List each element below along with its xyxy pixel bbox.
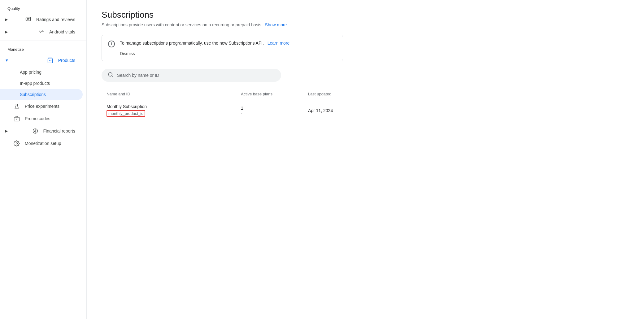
sidebar-item-label: Ratings and reviews [36, 17, 75, 22]
sidebar-item-label: Monetization setup [25, 141, 61, 146]
sub-item-label: App pricing [20, 70, 41, 75]
sidebar-item-label: Products [58, 58, 75, 63]
subscription-id: monthly_product_id [107, 110, 145, 117]
subscription-name: Monthly Subscription [107, 104, 241, 109]
show-more-link[interactable]: Show more [265, 22, 287, 27]
sidebar-item-label: Promo codes [25, 116, 50, 121]
sidebar-sub-item-in-app-products[interactable]: In-app products [0, 78, 83, 89]
sub-item-label: Subscriptions [20, 92, 46, 97]
quality-section-label: Quality [0, 2, 86, 13]
subtitle-text: Subscriptions provide users with content… [102, 22, 261, 27]
active-base-plans-sub: - [241, 111, 308, 116]
dismiss-button[interactable]: Dismiss [120, 51, 135, 56]
info-banner: i To manage subscriptions programmatical… [102, 35, 343, 61]
chevron-right-icon: ▶ [5, 129, 8, 133]
table-row[interactable]: Monthly Subscription monthly_product_id … [102, 99, 380, 122]
svg-point-10 [108, 72, 112, 76]
vitals-icon [38, 29, 44, 35]
sidebar-item-products[interactable]: ▼ Products [0, 54, 83, 67]
info-banner-text: To manage subscriptions programmatically… [120, 40, 289, 46]
sidebar-divider [0, 41, 86, 41]
cart-icon [47, 57, 53, 63]
sidebar-sub-item-app-pricing[interactable]: App pricing [0, 67, 83, 78]
flask-icon [14, 103, 20, 109]
search-bar [102, 69, 281, 82]
subscriptions-table: Name and ID Active base plans Last updat… [102, 89, 380, 122]
sidebar-item-label: Android vitals [49, 29, 75, 34]
active-base-plans-value: 1 [241, 106, 308, 111]
header-active-base-plans: Active base plans [241, 92, 308, 96]
sidebar-item-promo-codes[interactable]: Promo codes [0, 112, 83, 125]
info-banner-content: i To manage subscriptions programmatical… [108, 40, 337, 47]
main-content: Subscriptions Subscriptions provide user… [87, 0, 644, 319]
sidebar-item-financial-reports[interactable]: ▶ Financial reports [0, 125, 83, 137]
sidebar-item-price-experiments[interactable]: Price experiments [0, 100, 83, 112]
sub-item-label: In-app products [20, 81, 50, 86]
last-updated-cell: Apr 11, 2024 [308, 108, 375, 113]
sidebar-item-android-vitals[interactable]: ▶ Android vitals [0, 26, 83, 38]
dollar-icon [32, 128, 38, 134]
sidebar-item-label: Financial reports [43, 129, 76, 133]
name-id-cell: Monthly Subscription monthly_product_id [107, 104, 241, 117]
page-title: Subscriptions [102, 10, 629, 20]
info-icon: i [108, 41, 115, 47]
svg-point-9 [16, 143, 18, 144]
active-base-plans-cell: 1 - [241, 106, 308, 116]
monetize-section-label: Monetize [0, 43, 86, 54]
chevron-down-icon: ▼ [5, 58, 9, 63]
comment-icon [25, 16, 31, 23]
header-name-id: Name and ID [107, 92, 241, 96]
chevron-right-icon: ▶ [5, 17, 8, 22]
header-last-updated: Last updated [308, 92, 375, 96]
page-subtitle: Subscriptions provide users with content… [102, 22, 629, 27]
sidebar-sub-item-subscriptions[interactable]: Subscriptions [0, 89, 83, 100]
chevron-right-icon: ▶ [5, 30, 8, 34]
sidebar-item-ratings-reviews[interactable]: ▶ Ratings and reviews [0, 13, 83, 26]
info-banner-message: To manage subscriptions programmatically… [120, 41, 264, 46]
gear-icon [14, 140, 20, 146]
sidebar-item-monetization-setup[interactable]: Monetization setup [0, 137, 83, 150]
sidebar: Quality ▶ Ratings and reviews ▶ Android … [0, 0, 87, 319]
sidebar-item-label: Price experiments [25, 104, 59, 109]
learn-more-link[interactable]: Learn more [268, 41, 290, 46]
search-icon [108, 72, 113, 79]
store-icon [14, 116, 20, 122]
search-input[interactable] [117, 73, 275, 78]
table-header: Name and ID Active base plans Last updat… [102, 89, 380, 99]
